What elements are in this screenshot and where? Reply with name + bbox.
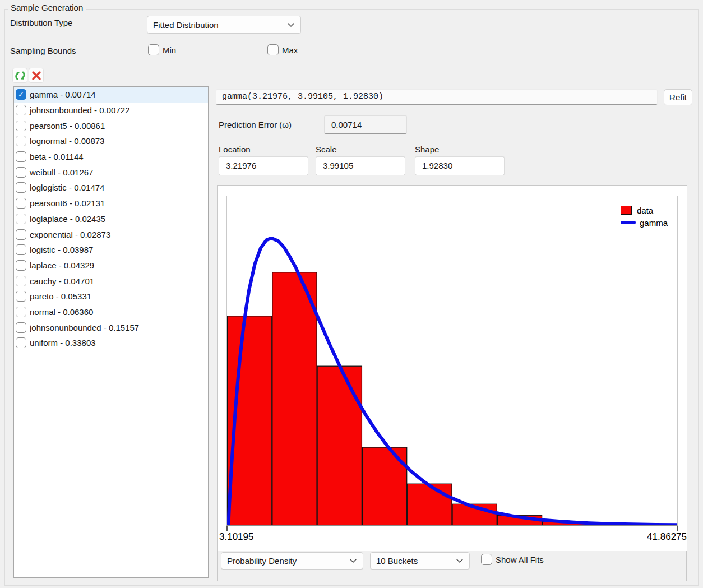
x-axis-max-label: 41.86275 <box>605 531 687 543</box>
fit-item-checkbox[interactable] <box>16 182 26 193</box>
fit-list-item[interactable]: lognormal - 0.00873 <box>14 133 208 149</box>
fit-item-checkbox[interactable] <box>16 167 26 178</box>
fit-list-item[interactable]: johnsonbounded - 0.00722 <box>14 103 208 118</box>
delete-x-icon <box>31 71 41 81</box>
location-field[interactable]: 3.21976 <box>219 156 308 175</box>
fit-list-item[interactable]: logistic - 0.03987 <box>14 242 208 258</box>
fit-item-label: lognormal - 0.00873 <box>30 136 104 146</box>
chart-canvas: data gamma 3.10195 41.86275 <box>218 186 687 551</box>
fit-item-checkbox[interactable] <box>16 136 26 146</box>
fit-item-label: normal - 0.06360 <box>30 307 93 317</box>
fit-item-label: johnsonbounded - 0.00722 <box>30 105 130 115</box>
sampling-bounds-label: Sampling Bounds <box>10 46 76 55</box>
legend-data-label: data <box>637 206 653 215</box>
refresh-icon <box>15 70 26 81</box>
fit-list[interactable]: ✓gamma - 0.00714johnsonbounded - 0.00722… <box>13 86 209 578</box>
prediction-error-label: Prediction Error (ω) <box>219 120 292 129</box>
x-axis-tick-left <box>226 526 228 531</box>
fit-item-label: johnsonunbounded - 0.15157 <box>30 323 139 332</box>
distribution-type-select[interactable]: Fitted Distribution <box>147 16 301 34</box>
fit-item-label: cauchy - 0.04701 <box>30 276 94 286</box>
fit-item-checkbox[interactable] <box>16 291 26 302</box>
fit-item-checkbox[interactable] <box>16 151 26 162</box>
buckets-select[interactable]: 10 Buckets <box>370 552 470 570</box>
fit-item-checkbox[interactable] <box>16 121 26 131</box>
fit-list-item[interactable]: normal - 0.06360 <box>14 304 208 320</box>
distribution-type-label: Distribution Type <box>10 18 72 27</box>
fit-item-label: weibull - 0.01267 <box>30 168 93 177</box>
fit-list-item[interactable]: pearsont6 - 0.02131 <box>14 196 208 211</box>
scale-label: Scale <box>316 145 337 154</box>
fit-item-checkbox[interactable] <box>16 260 26 271</box>
legend-data-swatch <box>621 206 632 215</box>
fit-formula-field[interactable]: gamma(3.21976, 3.99105, 1.92830) <box>216 89 658 105</box>
sample-generation-panel: Sample Generation Distribution Type Fitt… <box>0 0 703 588</box>
fit-item-checkbox[interactable] <box>16 229 26 240</box>
location-label: Location <box>219 145 251 154</box>
chart-legend: data gamma <box>621 204 668 229</box>
max-checkbox[interactable] <box>267 44 279 55</box>
show-all-fits-checkbox[interactable] <box>481 554 492 565</box>
display-mode-select[interactable]: Probability Density <box>221 552 363 570</box>
fit-item-label: exponential - 0.02873 <box>30 230 110 239</box>
min-checkbox-label[interactable]: Min <box>163 45 176 55</box>
distribution-type-value: Fitted Distribution <box>153 20 287 30</box>
fit-item-checkbox[interactable] <box>16 244 26 255</box>
fit-list-item[interactable]: exponential - 0.02873 <box>14 226 208 242</box>
prediction-error-field: 0.00714 <box>324 115 407 134</box>
chevron-down-icon <box>456 558 464 563</box>
fit-item-label: pearsont6 - 0.02131 <box>30 198 105 208</box>
fit-item-checkbox[interactable]: ✓ <box>16 89 26 100</box>
x-axis-tick-right <box>677 526 678 531</box>
fit-list-item[interactable]: uniform - 0.33803 <box>14 335 208 351</box>
fit-item-checkbox[interactable] <box>16 322 26 333</box>
fit-item-checkbox[interactable] <box>16 198 26 209</box>
fit-item-label: beta - 0.01144 <box>30 152 84 161</box>
fit-item-label: logistic - 0.03987 <box>30 245 93 254</box>
groupbox-title: Sample Generation <box>8 3 86 12</box>
fit-list-item[interactable]: pearsont5 - 0.00861 <box>14 118 208 133</box>
fit-item-label: loglaplace - 0.02435 <box>30 214 105 224</box>
delete-button[interactable] <box>29 68 44 83</box>
fit-list-item[interactable]: ✓gamma - 0.00714 <box>14 87 208 103</box>
fit-item-checkbox[interactable] <box>16 105 26 115</box>
chevron-down-icon <box>349 558 357 563</box>
chart-panel: data gamma 3.10195 41.86275 <box>217 185 687 581</box>
refit-button[interactable]: Refit <box>664 89 692 105</box>
shape-field[interactable]: 1.92830 <box>415 156 505 175</box>
fit-item-label: laplace - 0.04329 <box>30 261 94 270</box>
fit-list-item[interactable]: cauchy - 0.04701 <box>14 273 208 289</box>
fit-item-checkbox[interactable] <box>16 307 26 317</box>
max-checkbox-label[interactable]: Max <box>282 45 298 55</box>
fit-list-item[interactable]: beta - 0.01144 <box>14 149 208 165</box>
min-checkbox[interactable] <box>148 44 159 55</box>
refresh-button[interactable] <box>12 68 27 83</box>
fit-list-item[interactable]: loglaplace - 0.02435 <box>14 211 208 227</box>
show-all-fits-label[interactable]: Show All Fits <box>496 555 544 564</box>
fit-item-label: pearsont5 - 0.00861 <box>30 121 105 131</box>
fit-list-item[interactable]: laplace - 0.04329 <box>14 258 208 274</box>
histogram-plot: data gamma <box>226 196 678 526</box>
fit-list-item[interactable]: pareto - 0.05331 <box>14 289 208 304</box>
fit-item-label: pareto - 0.05331 <box>30 291 91 301</box>
display-mode-value: Probability Density <box>227 556 349 566</box>
fit-item-label: loglogistic - 0.01474 <box>30 183 104 192</box>
fit-list-item[interactable]: weibull - 0.01267 <box>14 164 208 180</box>
legend-gamma-swatch <box>621 221 636 224</box>
scale-field[interactable]: 3.99105 <box>316 156 405 175</box>
chevron-down-icon <box>287 22 295 27</box>
shape-label: Shape <box>415 145 439 154</box>
fit-item-checkbox[interactable] <box>16 214 26 224</box>
histogram-and-fit-curve <box>227 196 677 525</box>
legend-gamma-label: gamma <box>640 218 668 228</box>
fit-list-item[interactable]: johnsonunbounded - 0.15157 <box>14 320 208 335</box>
fit-list-item[interactable]: loglogistic - 0.01474 <box>14 180 208 196</box>
fit-item-checkbox[interactable] <box>16 276 26 286</box>
fit-item-checkbox[interactable] <box>16 337 26 348</box>
fit-item-label: uniform - 0.33803 <box>30 338 96 348</box>
fit-item-label: gamma - 0.00714 <box>30 90 96 99</box>
x-axis-min-label: 3.10195 <box>219 531 253 543</box>
buckets-value: 10 Buckets <box>376 556 456 566</box>
